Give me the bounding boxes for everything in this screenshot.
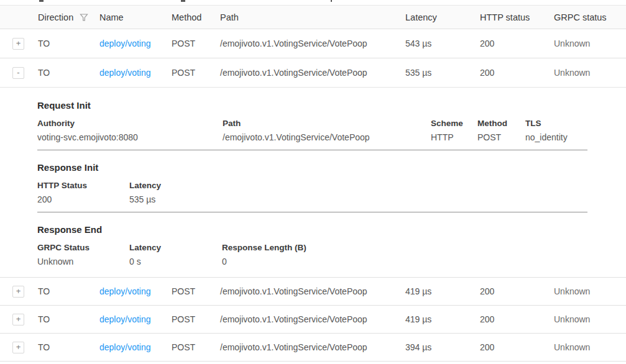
detail-field: Path /emojivoto.v1.VotingService/VotePoo… [223, 119, 431, 143]
resource-link[interactable]: deploy/voting [99, 286, 151, 296]
section-divider [37, 150, 587, 150]
field-value: HTTP [431, 132, 477, 143]
field-value: 0 s [129, 257, 222, 267]
expand-row-button[interactable]: + [12, 314, 24, 325]
grpc-status-cell: Unknown [554, 68, 626, 78]
direction-cell: TO [29, 68, 99, 78]
clipped-toolbar-text [39, 0, 44, 2]
table-row-expanded: - TO deploy/voting POST /emojivoto.v1.Vo… [0, 58, 626, 88]
latency-cell: 394 µs [405, 342, 480, 352]
expand-row-button[interactable]: + [12, 286, 24, 298]
clipped-toolbar-text [181, 0, 185, 2]
field-value: voting-svc.emojivoto:8080 [37, 132, 223, 143]
method-cell: POST [172, 342, 220, 352]
field-label: Latency [129, 243, 222, 252]
request-init-section: Request Init Authority voting-svc.emojiv… [37, 100, 587, 150]
expand-row-button[interactable]: + [12, 38, 24, 50]
path-cell: /emojivoto.v1.VotingService/VotePoop [220, 286, 405, 296]
header-cell-method: Method [172, 12, 220, 22]
field-label: Path [223, 119, 431, 128]
resource-link[interactable]: deploy/voting [99, 342, 151, 352]
resource-link[interactable]: deploy/voting [99, 68, 151, 78]
detail-field: Authority voting-svc.emojivoto:8080 [37, 119, 223, 143]
method-cell: POST [172, 286, 220, 296]
response-init-section: Response Init HTTP Status 200 Latency 53… [37, 162, 587, 212]
method-cell: POST [172, 314, 220, 324]
field-label: HTTP Status [37, 181, 129, 190]
resource-link[interactable]: deploy/voting [99, 314, 151, 324]
section-title: Response Init [37, 162, 587, 173]
field-value: 535 µs [129, 194, 587, 205]
path-cell: /emojivoto.v1.VotingService/VotePoop [220, 314, 405, 324]
method-cell: POST [172, 39, 220, 48]
header-cell-direction: Direction [29, 12, 99, 22]
latency-cell: 543 µs [405, 39, 480, 48]
table-row: + TO deploy/voting POST /emojivoto.v1.Vo… [0, 29, 626, 58]
grpc-status-cell: Unknown [554, 342, 626, 352]
header-cell-grpc-status: GRPC status [554, 12, 626, 22]
section-divider [37, 212, 587, 212]
row-detail-panel: Request Init Authority voting-svc.emojiv… [0, 88, 626, 278]
table-header-row: Direction Name Method Path Latency HTTP … [0, 5, 626, 29]
path-cell: /emojivoto.v1.VotingService/VotePoop [220, 68, 405, 78]
detail-field: Scheme HTTP [431, 119, 477, 143]
header-label-direction: Direction [38, 12, 73, 22]
header-cell-path: Path [220, 12, 405, 22]
field-value: no_identity [525, 132, 587, 143]
detail-field: HTTP Status 200 [37, 181, 129, 205]
table-row: + TO deploy/voting POST /emojivoto.v1.Vo… [0, 278, 626, 306]
detail-field: TLS no_identity [525, 119, 587, 143]
tap-table: Direction Name Method Path Latency HTTP … [0, 5, 626, 362]
response-end-section: Response End GRPC Status Unknown Latency… [37, 224, 587, 267]
direction-cell: TO [29, 342, 99, 352]
latency-cell: 419 µs [405, 286, 480, 296]
field-label: Response Length (B) [222, 243, 587, 252]
detail-field: Latency 535 µs [129, 181, 587, 205]
path-cell: /emojivoto.v1.VotingService/VotePoop [220, 39, 405, 48]
grpc-status-cell: Unknown [554, 286, 626, 296]
table-row: + TO deploy/voting POST /emojivoto.v1.Vo… [0, 306, 626, 334]
field-label: TLS [525, 119, 587, 128]
header-cell-http-status: HTTP status [480, 12, 554, 22]
field-value: 200 [37, 194, 129, 205]
direction-cell: TO [29, 286, 99, 296]
field-value: Unknown [37, 257, 129, 267]
http-status-cell: 200 [480, 68, 554, 78]
http-status-cell: 200 [480, 342, 554, 352]
resource-link[interactable]: deploy/voting [99, 39, 151, 48]
field-value: 0 [222, 257, 587, 267]
direction-cell: TO [29, 39, 99, 48]
field-label: Authority [37, 119, 223, 128]
detail-field: GRPC Status Unknown [37, 243, 129, 267]
detail-field: Method POST [477, 119, 525, 143]
table-row: + TO deploy/voting POST /emojivoto.v1.Vo… [0, 334, 626, 362]
direction-cell: TO [29, 314, 99, 324]
header-cell-latency: Latency [405, 12, 480, 22]
field-label: GRPC Status [37, 243, 129, 252]
field-label: Latency [129, 181, 587, 190]
section-title: Request Init [37, 100, 587, 111]
field-value: POST [477, 132, 525, 143]
latency-cell: 535 µs [405, 68, 480, 78]
detail-field: Latency 0 s [129, 243, 222, 267]
filter-funnel-icon[interactable] [80, 13, 88, 22]
http-status-cell: 200 [480, 314, 554, 324]
header-cell-name: Name [99, 12, 172, 22]
section-title: Response End [37, 224, 587, 235]
field-value: /emojivoto.v1.VotingService/VotePoop [223, 132, 431, 143]
field-label: Scheme [431, 119, 477, 128]
expand-row-button[interactable]: + [12, 342, 24, 353]
detail-field: Response Length (B) 0 [222, 243, 587, 267]
tap-results-page: Direction Name Method Path Latency HTTP … [0, 0, 626, 364]
grpc-status-cell: Unknown [554, 39, 626, 48]
collapse-row-button[interactable]: - [12, 67, 24, 79]
http-status-cell: 200 [480, 286, 554, 296]
http-status-cell: 200 [480, 39, 554, 48]
path-cell: /emojivoto.v1.VotingService/VotePoop [220, 342, 405, 352]
grpc-status-cell: Unknown [554, 314, 626, 324]
clipped-toolbar-text [331, 0, 332, 2]
latency-cell: 419 µs [405, 314, 480, 324]
method-cell: POST [172, 68, 220, 78]
field-label: Method [477, 119, 525, 128]
